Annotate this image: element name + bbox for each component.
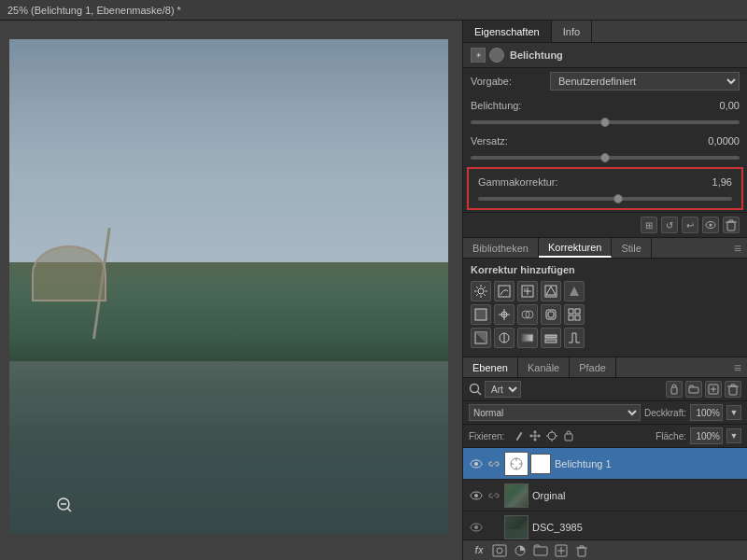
layer-chain-belichtung[interactable] — [487, 457, 500, 470]
curves-icon[interactable] — [494, 281, 514, 301]
belichtung-title: Belichtung — [510, 49, 563, 61]
exposure-icon[interactable] — [517, 281, 538, 301]
fix-move-icon[interactable] — [529, 429, 542, 442]
gamma-slider-track[interactable] — [478, 197, 732, 201]
tab-ebenen[interactable]: Ebenen — [463, 357, 518, 377]
svg-rect-36 — [575, 309, 580, 314]
title-text: 25% (Belichtung 1, Ebenenmaske/8) * — [7, 5, 181, 16]
tab-korrekturen[interactable]: Korrekturen — [539, 238, 612, 258]
vorgabe-row: Vorgabe: Benutzerdefiniert — [463, 68, 747, 94]
layer-panel-menu[interactable]: ≡ — [728, 357, 747, 377]
layer-thumb-dsc — [504, 515, 529, 539]
new-layer-icon[interactable] — [553, 542, 570, 559]
levels-icon[interactable] — [494, 304, 514, 325]
svg-rect-37 — [569, 315, 573, 320]
korrektur-row3 — [471, 328, 740, 348]
layer-eye-orginal[interactable] — [469, 488, 484, 503]
selective-color-icon[interactable] — [541, 328, 561, 348]
vorgabe-dropdown[interactable]: Benutzerdefiniert — [550, 72, 740, 91]
opacity-value[interactable] — [690, 404, 723, 421]
opacity-arrow-icon[interactable]: ▼ — [726, 405, 741, 420]
fix-artboard-icon[interactable] — [545, 429, 558, 442]
flache-value[interactable] — [690, 427, 723, 444]
eye-toolbar-icon[interactable] — [702, 217, 719, 233]
grid-correction-icon[interactable] — [564, 304, 585, 325]
panel-tabs: Eigenschaften Info — [463, 21, 747, 43]
hsl-icon[interactable] — [541, 281, 561, 301]
belichtung-slider-track[interactable] — [471, 120, 740, 124]
belichtung-slider-thumb[interactable] — [600, 118, 610, 127]
group-icon[interactable] — [532, 542, 549, 559]
color-balance-icon[interactable] — [517, 304, 538, 325]
layer-list: Belichtung 1 — [463, 448, 747, 539]
properties-panel: ☀ Belichtung Vorgabe: Benutzerdefiniert … — [463, 43, 747, 213]
posterize-icon[interactable] — [494, 328, 514, 348]
svg-marker-64 — [539, 434, 542, 438]
layer-item-orginal[interactable]: Orginal — [463, 480, 747, 511]
tab-kanaele[interactable]: Kanäle — [518, 357, 570, 377]
svg-point-65 — [548, 432, 556, 440]
layer-eye-belichtung[interactable] — [469, 456, 484, 471]
layer-type-select[interactable]: Art — [485, 381, 521, 398]
gamma-row: Gammakorrektur: 1,96 — [471, 171, 740, 193]
layer-item-dsc[interactable]: DSC_3985 — [463, 511, 747, 539]
versatz-slider-thumb[interactable] — [600, 153, 610, 162]
threshold-icon[interactable] — [564, 328, 585, 348]
layer-delete-icon[interactable] — [725, 381, 741, 398]
add-mask-icon[interactable] — [491, 542, 508, 559]
svg-point-4 — [710, 224, 712, 227]
svg-rect-27 — [475, 309, 486, 320]
correction-panel-menu[interactable]: ≡ — [728, 238, 747, 258]
layer-chain-dsc[interactable] — [487, 521, 500, 534]
fix-lock-icon[interactable] — [562, 429, 575, 442]
delete-layer-icon[interactable] — [573, 542, 590, 559]
tab-info[interactable]: Info — [552, 21, 592, 42]
trash-icon[interactable] — [723, 217, 740, 233]
svg-line-17 — [484, 287, 486, 288]
layer-chain-orginal[interactable] — [487, 489, 500, 502]
svg-marker-25 — [546, 287, 556, 295]
adjustment-layer-icon[interactable] — [512, 542, 529, 559]
fx-icon[interactable]: fx — [471, 542, 487, 559]
svg-rect-45 — [545, 340, 557, 343]
svg-rect-84 — [493, 545, 506, 556]
layer-new-group-icon[interactable] — [685, 381, 702, 398]
blend-mode-select[interactable]: Normal — [469, 404, 641, 421]
svg-marker-26 — [570, 287, 579, 296]
svg-rect-91 — [578, 548, 585, 556]
layer-new-icon[interactable] — [705, 381, 722, 398]
svg-rect-19 — [499, 286, 510, 297]
gradient-icon[interactable] — [517, 328, 538, 348]
tab-bibliotheken[interactable]: Bibliotheken — [463, 238, 539, 258]
layer-link-icon[interactable] — [666, 381, 683, 398]
invert-icon[interactable] — [471, 328, 491, 348]
svg-rect-87 — [534, 547, 547, 555]
tab-pfade[interactable]: Pfade — [570, 357, 616, 377]
grid-icon[interactable]: ⊞ — [641, 217, 657, 233]
tab-stile[interactable]: Stile — [612, 238, 651, 258]
photo-filter-icon[interactable] — [541, 304, 561, 325]
fix-paint-icon[interactable] — [512, 429, 525, 442]
layer-label-orginal: Orginal — [532, 490, 741, 501]
versatz-label: Versatz: — [471, 135, 550, 147]
svg-point-10 — [478, 288, 484, 294]
svg-rect-5 — [727, 222, 735, 231]
svg-rect-54 — [729, 386, 737, 395]
versatz-slider-container — [463, 152, 747, 165]
brightness-icon[interactable] — [471, 281, 491, 301]
title-bar: 25% (Belichtung 1, Ebenenmaske/8) * — [0, 0, 747, 21]
undo-icon[interactable]: ↩ — [682, 217, 698, 233]
layer-eye-dsc[interactable] — [469, 520, 484, 535]
belichtung-row: Belichtung: 0,00 — [463, 94, 747, 117]
layer-thumb-adj — [504, 452, 529, 476]
adjustment-icon-box: ☀ — [471, 48, 486, 63]
flache-arrow-icon[interactable]: ▼ — [726, 428, 741, 443]
gradient-map-icon[interactable] — [564, 281, 585, 301]
tab-eigenschaften[interactable]: Eigenschaften — [463, 21, 552, 42]
versatz-slider-track[interactable] — [471, 156, 740, 160]
flache-label: Fläche: — [655, 431, 686, 441]
layer-item-belichtung[interactable]: Belichtung 1 — [463, 448, 747, 480]
fill-icon[interactable] — [471, 304, 491, 325]
gamma-slider-thumb[interactable] — [613, 194, 623, 203]
cycle-icon[interactable]: ↺ — [661, 217, 678, 233]
